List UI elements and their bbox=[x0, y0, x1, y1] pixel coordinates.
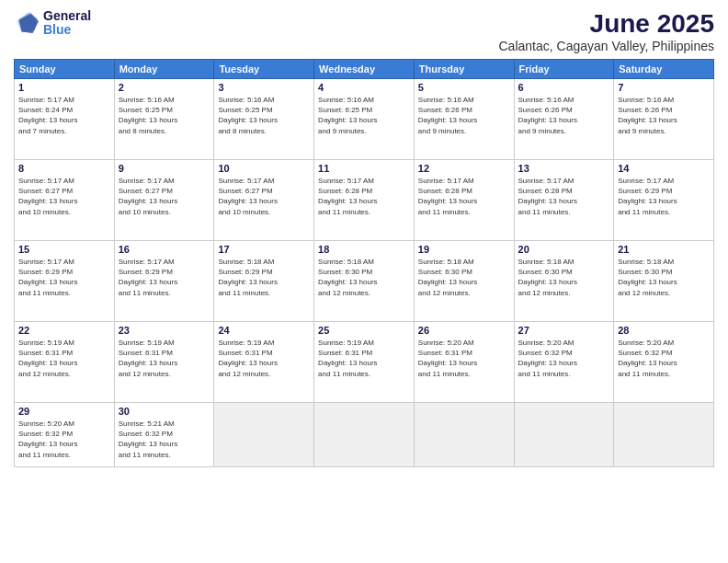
logo-general: General bbox=[43, 8, 91, 23]
day-number: 26 bbox=[418, 325, 510, 336]
calendar-cell: 5Sunrise: 5:16 AM Sunset: 6:26 PM Daylig… bbox=[414, 79, 514, 160]
calendar-cell: 20Sunrise: 5:18 AM Sunset: 6:30 PM Dayli… bbox=[514, 241, 614, 322]
day-number: 6 bbox=[518, 82, 610, 93]
day-number: 15 bbox=[18, 244, 110, 255]
day-number: 30 bbox=[119, 406, 210, 417]
weekday-header-saturday: Saturday bbox=[614, 60, 714, 79]
day-number: 16 bbox=[119, 244, 210, 255]
day-info: Sunrise: 5:16 AM Sunset: 6:25 PM Dayligh… bbox=[318, 95, 410, 136]
day-info: Sunrise: 5:19 AM Sunset: 6:31 PM Dayligh… bbox=[318, 338, 410, 379]
day-info: Sunrise: 5:20 AM Sunset: 6:32 PM Dayligh… bbox=[518, 338, 610, 379]
day-number: 17 bbox=[218, 244, 310, 255]
calendar-cell: 22Sunrise: 5:19 AM Sunset: 6:31 PM Dayli… bbox=[15, 322, 115, 403]
day-info: Sunrise: 5:19 AM Sunset: 6:31 PM Dayligh… bbox=[18, 338, 110, 379]
day-number: 14 bbox=[618, 163, 710, 174]
day-number: 11 bbox=[318, 163, 410, 174]
day-info: Sunrise: 5:16 AM Sunset: 6:26 PM Dayligh… bbox=[618, 95, 710, 136]
subtitle: Calantac, Cagayan Valley, Philippines bbox=[498, 39, 714, 53]
day-info: Sunrise: 5:18 AM Sunset: 6:29 PM Dayligh… bbox=[218, 257, 310, 298]
calendar-cell: 29Sunrise: 5:20 AM Sunset: 6:32 PM Dayli… bbox=[15, 403, 115, 467]
calendar-cell: 30Sunrise: 5:21 AM Sunset: 6:32 PM Dayli… bbox=[114, 403, 214, 467]
day-info: Sunrise: 5:16 AM Sunset: 6:25 PM Dayligh… bbox=[119, 95, 210, 136]
calendar-cell: 27Sunrise: 5:20 AM Sunset: 6:32 PM Dayli… bbox=[514, 322, 614, 403]
calendar-cell: 7Sunrise: 5:16 AM Sunset: 6:26 PM Daylig… bbox=[614, 79, 714, 160]
calendar-cell: 21Sunrise: 5:18 AM Sunset: 6:30 PM Dayli… bbox=[614, 241, 714, 322]
day-info: Sunrise: 5:18 AM Sunset: 6:30 PM Dayligh… bbox=[318, 257, 410, 298]
calendar-cell: 1Sunrise: 5:17 AM Sunset: 6:24 PM Daylig… bbox=[15, 79, 115, 160]
calendar-cell: 10Sunrise: 5:17 AM Sunset: 6:27 PM Dayli… bbox=[214, 160, 314, 241]
calendar-cell: 25Sunrise: 5:19 AM Sunset: 6:31 PM Dayli… bbox=[314, 322, 415, 403]
weekday-header-sunday: Sunday bbox=[15, 60, 115, 79]
calendar-cell: 26Sunrise: 5:20 AM Sunset: 6:31 PM Dayli… bbox=[414, 322, 514, 403]
day-number: 13 bbox=[518, 163, 610, 174]
weekday-header-friday: Friday bbox=[514, 60, 614, 79]
day-number: 24 bbox=[218, 325, 310, 336]
day-info: Sunrise: 5:20 AM Sunset: 6:32 PM Dayligh… bbox=[18, 419, 110, 460]
calendar-cell: 14Sunrise: 5:17 AM Sunset: 6:29 PM Dayli… bbox=[614, 160, 714, 241]
day-number: 1 bbox=[18, 82, 110, 93]
header: General Blue June 2025 Calantac, Cagayan… bbox=[14, 9, 714, 53]
calendar-cell bbox=[514, 403, 614, 467]
day-info: Sunrise: 5:17 AM Sunset: 6:27 PM Dayligh… bbox=[218, 176, 310, 217]
day-info: Sunrise: 5:17 AM Sunset: 6:29 PM Dayligh… bbox=[18, 257, 110, 298]
day-info: Sunrise: 5:20 AM Sunset: 6:32 PM Dayligh… bbox=[618, 338, 710, 379]
title-block: June 2025 Calantac, Cagayan Valley, Phil… bbox=[498, 9, 714, 53]
day-info: Sunrise: 5:19 AM Sunset: 6:31 PM Dayligh… bbox=[119, 338, 210, 379]
day-number: 19 bbox=[418, 244, 510, 255]
day-number: 18 bbox=[318, 244, 410, 255]
logo-blue: Blue bbox=[43, 22, 71, 37]
day-number: 20 bbox=[518, 244, 610, 255]
calendar-cell: 9Sunrise: 5:17 AM Sunset: 6:27 PM Daylig… bbox=[114, 160, 214, 241]
day-info: Sunrise: 5:17 AM Sunset: 6:29 PM Dayligh… bbox=[119, 257, 210, 298]
day-number: 2 bbox=[119, 82, 210, 93]
day-number: 4 bbox=[318, 82, 410, 93]
calendar-cell bbox=[214, 403, 314, 467]
weekday-header-thursday: Thursday bbox=[414, 60, 514, 79]
day-info: Sunrise: 5:21 AM Sunset: 6:32 PM Dayligh… bbox=[119, 419, 210, 460]
calendar-cell: 24Sunrise: 5:19 AM Sunset: 6:31 PM Dayli… bbox=[214, 322, 314, 403]
day-number: 25 bbox=[318, 325, 410, 336]
day-number: 23 bbox=[119, 325, 210, 336]
day-number: 9 bbox=[119, 163, 210, 174]
page: General Blue June 2025 Calantac, Cagayan… bbox=[0, 0, 728, 563]
calendar-cell: 28Sunrise: 5:20 AM Sunset: 6:32 PM Dayli… bbox=[614, 322, 714, 403]
calendar-cell: 18Sunrise: 5:18 AM Sunset: 6:30 PM Dayli… bbox=[314, 241, 415, 322]
day-info: Sunrise: 5:20 AM Sunset: 6:31 PM Dayligh… bbox=[418, 338, 510, 379]
day-info: Sunrise: 5:17 AM Sunset: 6:28 PM Dayligh… bbox=[418, 176, 510, 217]
logo-text: General Blue bbox=[43, 9, 91, 38]
calendar-cell: 15Sunrise: 5:17 AM Sunset: 6:29 PM Dayli… bbox=[15, 241, 115, 322]
calendar-cell: 23Sunrise: 5:19 AM Sunset: 6:31 PM Dayli… bbox=[114, 322, 214, 403]
calendar-cell bbox=[314, 403, 415, 467]
day-info: Sunrise: 5:17 AM Sunset: 6:28 PM Dayligh… bbox=[518, 176, 610, 217]
calendar-cell bbox=[414, 403, 514, 467]
day-info: Sunrise: 5:18 AM Sunset: 6:30 PM Dayligh… bbox=[418, 257, 510, 298]
day-info: Sunrise: 5:17 AM Sunset: 6:29 PM Dayligh… bbox=[618, 176, 710, 217]
day-number: 8 bbox=[18, 163, 110, 174]
day-number: 27 bbox=[518, 325, 610, 336]
calendar-cell: 11Sunrise: 5:17 AM Sunset: 6:28 PM Dayli… bbox=[314, 160, 415, 241]
calendar-cell: 19Sunrise: 5:18 AM Sunset: 6:30 PM Dayli… bbox=[414, 241, 514, 322]
day-number: 21 bbox=[618, 244, 710, 255]
weekday-header-tuesday: Tuesday bbox=[214, 60, 314, 79]
calendar-cell: 13Sunrise: 5:17 AM Sunset: 6:28 PM Dayli… bbox=[514, 160, 614, 241]
day-info: Sunrise: 5:17 AM Sunset: 6:24 PM Dayligh… bbox=[18, 95, 110, 136]
day-info: Sunrise: 5:17 AM Sunset: 6:27 PM Dayligh… bbox=[119, 176, 210, 217]
day-number: 5 bbox=[418, 82, 510, 93]
calendar-cell: 16Sunrise: 5:17 AM Sunset: 6:29 PM Dayli… bbox=[114, 241, 214, 322]
day-info: Sunrise: 5:16 AM Sunset: 6:26 PM Dayligh… bbox=[518, 95, 610, 136]
calendar-cell: 3Sunrise: 5:16 AM Sunset: 6:25 PM Daylig… bbox=[214, 79, 314, 160]
weekday-header-wednesday: Wednesday bbox=[314, 60, 415, 79]
day-info: Sunrise: 5:16 AM Sunset: 6:26 PM Dayligh… bbox=[418, 95, 510, 136]
day-number: 10 bbox=[218, 163, 310, 174]
day-info: Sunrise: 5:17 AM Sunset: 6:28 PM Dayligh… bbox=[318, 176, 410, 217]
calendar: SundayMondayTuesdayWednesdayThursdayFrid… bbox=[14, 59, 714, 467]
day-info: Sunrise: 5:19 AM Sunset: 6:31 PM Dayligh… bbox=[218, 338, 310, 379]
main-title: June 2025 bbox=[498, 9, 714, 39]
day-number: 3 bbox=[218, 82, 310, 93]
calendar-cell: 17Sunrise: 5:18 AM Sunset: 6:29 PM Dayli… bbox=[214, 241, 314, 322]
day-number: 29 bbox=[18, 406, 110, 417]
calendar-cell: 12Sunrise: 5:17 AM Sunset: 6:28 PM Dayli… bbox=[414, 160, 514, 241]
day-number: 7 bbox=[618, 82, 710, 93]
weekday-header-monday: Monday bbox=[114, 60, 214, 79]
logo-icon bbox=[14, 10, 40, 36]
